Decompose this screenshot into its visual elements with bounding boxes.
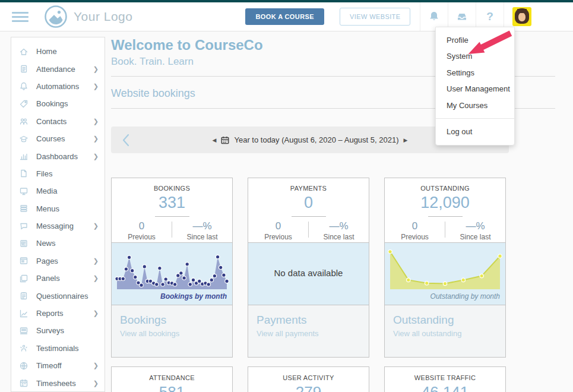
payments-card: PAYMENTS 0 0 Previous —% Since last No d…: [248, 178, 369, 358]
view-website-button[interactable]: VIEW WEBSITE: [340, 8, 410, 26]
sidebar-item-label: Bookings: [36, 99, 99, 108]
card-title: USER ACTIVITY: [248, 374, 369, 381]
date-range-label[interactable]: Year to today (August 6, 2020 – August 5…: [234, 135, 398, 144]
hamburger-menu-icon[interactable]: [12, 10, 29, 24]
sidebar-item-dashboards[interactable]: Dashboards❯: [11, 147, 105, 165]
menu-item-my-courses[interactable]: My Courses: [436, 97, 514, 113]
chevron-right-icon: ❯: [93, 380, 99, 387]
attendance-card: ATTENDANCE 581: [111, 366, 233, 392]
logo-text: Your Logo: [74, 10, 132, 24]
contacts-icon: [19, 116, 29, 127]
user-avatar[interactable]: [512, 7, 531, 26]
previous-stat: 0 Previous: [112, 220, 172, 241]
sidebar-item-label: Contacts: [36, 117, 93, 126]
sidebar-item-messaging[interactable]: Messaging❯: [11, 217, 105, 235]
prev-range-icon[interactable]: ◀: [213, 137, 217, 143]
sidebar-nav: HomeAttendance❯Automations❯BookingsConta…: [11, 37, 105, 392]
sidebar-item-label: News: [36, 239, 99, 248]
sidebar-item-label: Questionnaires: [36, 292, 99, 301]
sidebar-item-label: Reports: [36, 309, 93, 318]
view-all-link[interactable]: View all payments: [257, 329, 369, 338]
next-range-icon[interactable]: ▶: [404, 137, 408, 143]
divider: [428, 216, 463, 217]
book-a-course-button[interactable]: BOOK A COURSE: [245, 8, 324, 25]
menu-item-settings[interactable]: Settings: [436, 65, 514, 81]
sidebar-item-automations[interactable]: Automations❯: [11, 78, 105, 95]
sidebar-item-courses[interactable]: Courses❯: [11, 130, 105, 147]
card-title: BOOKINGS: [112, 185, 232, 192]
chevron-right-icon: ❯: [93, 153, 99, 160]
card-footer: Bookings View all bookings: [112, 305, 232, 357]
reports-icon: [19, 308, 29, 318]
footer-title-link[interactable]: Outstanding: [393, 314, 505, 327]
sidebar-item-news[interactable]: News: [11, 235, 105, 252]
sidebar-item-pages[interactable]: Pages❯: [11, 252, 105, 270]
sidebar-item-reports[interactable]: Reports❯: [11, 305, 105, 322]
sidebar-item-bookings[interactable]: Bookings: [11, 95, 105, 112]
footer-title-link[interactable]: Payments: [257, 314, 369, 327]
sidebar-item-media[interactable]: Media: [11, 182, 105, 200]
divider: [292, 216, 326, 217]
card-value: 12,090: [385, 194, 505, 212]
card-chart-area: No data available: [248, 242, 369, 305]
sidebar-item-label: Home: [36, 47, 99, 56]
sidebar-item-timesheets[interactable]: Timesheets❯: [11, 374, 105, 391]
chart-caption: Outstanding by month: [430, 292, 500, 301]
sidebar-item-label: Messaging: [36, 222, 93, 230]
sidebar-item-questionnaires[interactable]: Questionnaires: [11, 287, 105, 304]
since-last-stat: —% Since last: [445, 220, 505, 241]
user-activity-card: USER ACTIVITY 279: [248, 366, 369, 392]
sidebar-item-label: Files: [36, 169, 99, 178]
previous-stat: 0 Previous: [248, 220, 308, 241]
menu-item-profile[interactable]: Profile: [436, 32, 514, 48]
sidebar-item-timeoff[interactable]: Timeoff❯: [11, 357, 105, 374]
sidebar-item-testimonials[interactable]: Testimonials: [11, 340, 105, 357]
sidebar-item-surveys[interactable]: Surveys: [11, 322, 105, 339]
sidebar-item-files[interactable]: Files: [11, 165, 105, 182]
chevron-right-icon: ❯: [93, 65, 99, 73]
user-dropdown-menu: ProfileSystemSettingsUser ManagementMy C…: [435, 27, 515, 146]
sidebar-item-menus[interactable]: Menus: [11, 200, 105, 217]
chevron-right-icon: ❯: [93, 118, 99, 125]
card-stats: BOOKINGS 331 0 Previous —% Since last: [112, 178, 232, 242]
timeoff-icon: [19, 361, 29, 371]
attendance-icon: [19, 64, 29, 74]
card-footer: Outstanding View all outstanding: [385, 305, 505, 357]
divider: [155, 216, 189, 217]
sidebar-item-contacts[interactable]: Contacts❯: [11, 113, 105, 130]
logo: Your Logo: [44, 5, 132, 29]
card-stats: OUTSTANDING 12,090 0 Previous —% Since l…: [385, 178, 505, 242]
card-title: OUTSTANDING: [385, 185, 505, 192]
chevron-right-icon: ❯: [93, 222, 99, 230]
card-title: ATTENDANCE: [112, 374, 232, 381]
sidebar-item-attendance[interactable]: Attendance❯: [11, 60, 105, 77]
menu-item-user-management[interactable]: User Management: [436, 81, 514, 97]
sidebar-item-label: Panels: [36, 274, 93, 283]
sidebar-item-label: Testimonials: [36, 344, 99, 353]
card-value: 331: [112, 194, 232, 212]
view-all-link[interactable]: View all bookings: [120, 329, 232, 338]
card-stats: PAYMENTS 0 0 Previous —% Since last: [248, 178, 369, 242]
sidebar-item-panels[interactable]: Panels❯: [11, 270, 105, 287]
card-footer: Payments View all payments: [248, 305, 369, 357]
card-value: 46,141: [385, 383, 505, 392]
sidebar-item-label: Media: [36, 186, 99, 195]
card-chart-area: Outstanding by month: [385, 242, 505, 305]
sidebar-item-home[interactable]: Home: [11, 43, 105, 60]
menu-item-system[interactable]: System: [436, 48, 514, 64]
sidebar-item-label: Surveys: [36, 326, 99, 335]
chevron-right-icon: ❯: [93, 257, 99, 265]
files-icon: [19, 169, 29, 179]
menu-item-log-out[interactable]: Log out: [436, 119, 514, 145]
website-traffic-card: WEBSITE TRAFFIC 46,141: [384, 366, 506, 392]
card-value: 581: [112, 383, 232, 392]
card-title: WEBSITE TRAFFIC: [385, 374, 505, 381]
calendar-icon: [221, 136, 229, 144]
media-icon: [19, 186, 29, 196]
footer-title-link[interactable]: Bookings: [120, 314, 232, 327]
chevron-right-icon: ❯: [93, 83, 99, 90]
chevron-right-icon: ❯: [93, 274, 99, 282]
view-all-link[interactable]: View all outstanding: [393, 329, 505, 338]
card-chart-area: Bookings by month: [112, 242, 232, 305]
stats-cards-row: BOOKINGS 331 0 Previous —% Since last Bo…: [111, 178, 555, 358]
